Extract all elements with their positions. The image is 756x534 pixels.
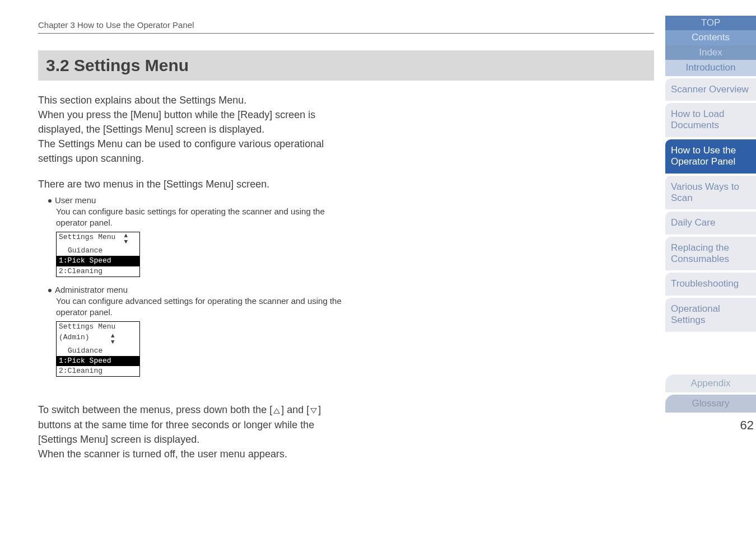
lcd-user-row-0: Guidance bbox=[57, 246, 139, 256]
lcd-admin-header: Settings Menu bbox=[57, 322, 139, 332]
triangle-up-icon bbox=[273, 408, 280, 414]
nav-troubleshooting[interactable]: Troubleshooting bbox=[665, 273, 756, 295]
user-menu-block: User menu You can configure basic settin… bbox=[38, 195, 654, 277]
section-title-bar: 3.2 Settings Menu bbox=[38, 50, 654, 81]
lcd-admin-menu: Settings Menu (Admin) ▲▼ Guidance 1:Pick… bbox=[56, 321, 140, 377]
lcd-admin-row-0: Guidance bbox=[57, 346, 139, 356]
admin-menu-desc: You can configure advanced settings for … bbox=[56, 296, 347, 318]
intro-paragraph: This section explains about the Settings… bbox=[38, 93, 352, 166]
two-menus-intro: There are two menus in the [Settings Men… bbox=[38, 177, 352, 191]
nav-index[interactable]: Index bbox=[665, 45, 756, 60]
nav-how-to-use-operator-panel[interactable]: How to Use the Operator Panel bbox=[665, 139, 756, 174]
section-title: 3.2 Settings Menu bbox=[46, 56, 646, 75]
page-number: 62 bbox=[665, 415, 756, 433]
bullet-icon bbox=[48, 289, 52, 292]
triangle-down-icon bbox=[310, 408, 317, 414]
admin-menu-title: Administrator menu bbox=[55, 285, 128, 294]
updown-arrows-icon: ▲▼ bbox=[111, 333, 116, 345]
nav-introduction[interactable]: Introduction bbox=[665, 60, 756, 76]
bullet-icon bbox=[48, 199, 52, 203]
nav-appendix[interactable]: Appendix bbox=[665, 374, 756, 392]
user-menu-title: User menu bbox=[55, 195, 96, 205]
lcd-user-header: Settings Menu bbox=[59, 233, 115, 245]
nav-various-ways-to-scan[interactable]: Various Ways to Scan bbox=[665, 176, 756, 210]
nav-operational-settings[interactable]: Operational Settings bbox=[665, 298, 756, 332]
lcd-user-row-2: 2:Cleaning bbox=[57, 266, 139, 277]
nav-top[interactable]: TOP bbox=[665, 16, 756, 30]
user-menu-desc: You can configure basic settings for ope… bbox=[56, 206, 347, 229]
chapter-heading: Chapter 3 How to Use the Operator Panel bbox=[38, 20, 654, 34]
lcd-admin-row-2: 2:Cleaning bbox=[57, 366, 139, 376]
nav-scanner-overview[interactable]: Scanner Overview bbox=[665, 78, 756, 101]
lcd-user-menu: Settings Menu ▲▼ Guidance 1:Pick Speed 2… bbox=[56, 232, 140, 277]
switch-paragraph: To switch between the menus, press down … bbox=[38, 388, 352, 461]
lcd-admin-sub: (Admin) bbox=[59, 333, 90, 345]
nav-daily-care[interactable]: Daily Care bbox=[665, 212, 756, 234]
nav-how-to-load[interactable]: How to Load Documents bbox=[665, 103, 756, 137]
nav-glossary[interactable]: Glossary bbox=[665, 395, 756, 413]
lcd-user-row-1: 1:Pick Speed bbox=[57, 256, 139, 266]
nav-contents[interactable]: Contents bbox=[665, 30, 756, 45]
lcd-admin-row-1: 1:Pick Speed bbox=[57, 356, 139, 366]
admin-menu-block: Administrator menu You can configure adv… bbox=[38, 285, 654, 377]
sidebar-nav: TOP Contents Index Introduction Scanner … bbox=[665, 0, 756, 534]
nav-replacing-consumables[interactable]: Replacing the Consumables bbox=[665, 237, 756, 271]
updown-arrows-icon: ▲▼ bbox=[124, 233, 129, 245]
